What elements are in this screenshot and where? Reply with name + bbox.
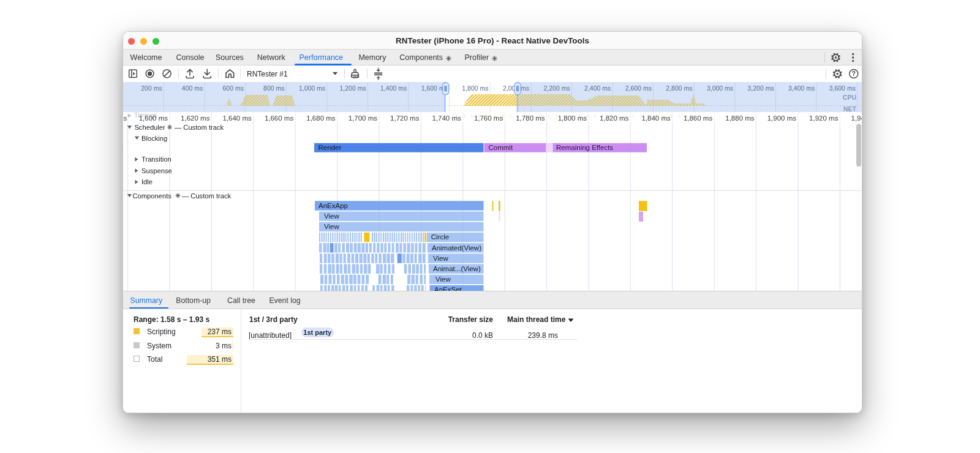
- svg-text:2,400 ms: 2,400 ms: [584, 84, 611, 92]
- svg-text:— Custom track: — Custom track: [175, 124, 224, 131]
- svg-text:1,800 ms: 1,800 ms: [558, 114, 587, 122]
- svg-text:1,000 ms: 1,000 ms: [299, 84, 325, 92]
- svg-text:400 ms: 400 ms: [182, 84, 203, 92]
- svg-text:AnExApp: AnExApp: [318, 202, 348, 209]
- svg-text:NET: NET: [843, 105, 857, 113]
- svg-text:1,860 ms: 1,860 ms: [684, 114, 713, 122]
- svg-text:Idle: Idle: [141, 178, 153, 185]
- svg-text:Circle: Circle: [431, 233, 449, 241]
- svg-text:1,640 ms: 1,640 ms: [222, 114, 252, 122]
- svg-text:1,800 ms: 1,800 ms: [462, 84, 488, 92]
- svg-text:1,700 ms: 1,700 ms: [349, 114, 378, 122]
- svg-text:— Custom track: — Custom track: [182, 192, 232, 200]
- svg-text:View: View: [435, 275, 451, 283]
- svg-text:Components: Components: [133, 192, 172, 200]
- svg-text:2,800 ms: 2,800 ms: [666, 84, 692, 92]
- svg-text:1,780 ms: 1,780 ms: [516, 114, 545, 122]
- svg-text:CPU: CPU: [843, 94, 856, 101]
- svg-text:Commit: Commit: [489, 144, 513, 151]
- svg-text:1,820 ms: 1,820 ms: [600, 114, 629, 122]
- svg-text:?: ?: [852, 70, 856, 77]
- svg-text:1,400 ms: 1,400 ms: [380, 84, 407, 92]
- svg-text:3,600 ms: 3,600 ms: [829, 84, 856, 92]
- svg-text:Render: Render: [318, 144, 342, 151]
- svg-text:1,900 ms: 1,900 ms: [767, 114, 797, 122]
- svg-text:1,720 ms: 1,720 ms: [390, 114, 420, 122]
- svg-text:2,200 ms: 2,200 ms: [543, 84, 570, 92]
- svg-text:Remaining Effects: Remaining Effects: [556, 144, 613, 151]
- svg-text:1,760 ms: 1,760 ms: [474, 114, 503, 122]
- svg-text:Scheduler: Scheduler: [134, 124, 165, 131]
- svg-text:Animated(View): Animated(View): [432, 244, 481, 252]
- svg-text:2,600 ms: 2,600 ms: [625, 84, 652, 92]
- svg-text:Transition: Transition: [141, 155, 172, 163]
- svg-text:800 ms: 800 ms: [263, 84, 284, 92]
- svg-text:1,740 ms: 1,740 ms: [432, 114, 461, 122]
- svg-text:1,660 ms: 1,660 ms: [265, 114, 294, 122]
- svg-text:1,200 ms: 1,200 ms: [339, 84, 366, 92]
- svg-text:3,200 ms: 3,200 ms: [747, 84, 774, 92]
- svg-text:1,940 ms: 1,940 ms: [851, 114, 862, 122]
- svg-text:3,000 ms: 3,000 ms: [707, 84, 733, 92]
- svg-text:1,840 ms: 1,840 ms: [641, 114, 671, 122]
- svg-text:Animat...(View): Animat...(View): [433, 265, 481, 272]
- svg-text:1,600 ms: 1,600 ms: [139, 114, 168, 122]
- svg-text:1,920 ms: 1,920 ms: [809, 114, 839, 122]
- svg-text:View: View: [433, 255, 448, 262]
- svg-text:s: s: [124, 114, 127, 122]
- svg-text:1,680 ms: 1,680 ms: [306, 114, 336, 122]
- svg-text:1,620 ms: 1,620 ms: [181, 114, 210, 122]
- svg-text:200 ms: 200 ms: [141, 84, 162, 92]
- svg-text:1,880 ms: 1,880 ms: [725, 114, 755, 122]
- svg-text:Blocking: Blocking: [141, 135, 167, 142]
- svg-text:3,400 ms: 3,400 ms: [788, 84, 815, 92]
- svg-text:Suspense: Suspense: [141, 167, 172, 174]
- svg-text:600 ms: 600 ms: [222, 84, 243, 92]
